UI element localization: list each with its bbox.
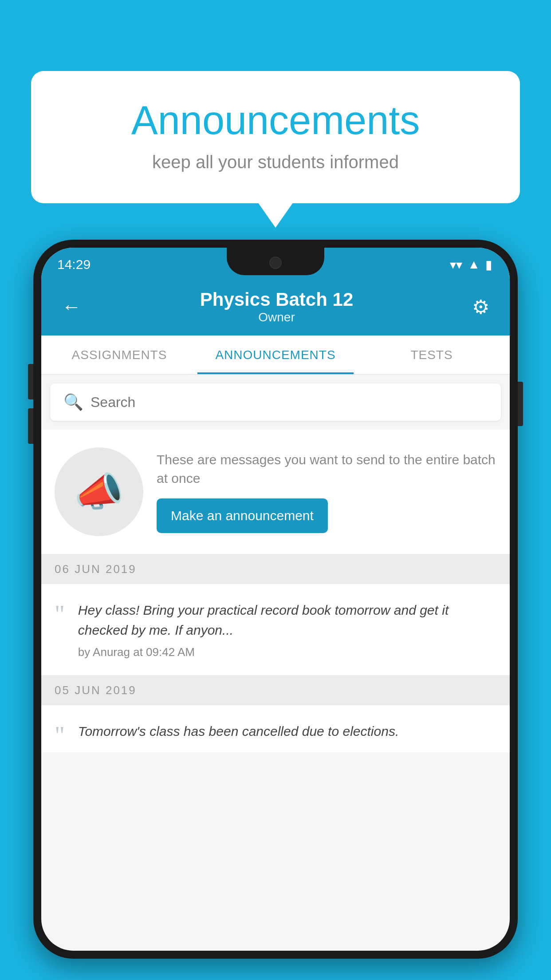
announcement-item-2[interactable]: " Tomorrow's class has been cancelled du… [41,705,510,752]
header-title: Physics Batch 12 [200,289,354,310]
power-button [518,382,523,426]
make-announcement-button[interactable]: Make an announcement [157,498,328,533]
megaphone-circle: 📣 [55,447,143,536]
tab-announcements[interactable]: ANNOUNCEMENTS [197,336,354,374]
header-center: Physics Batch 12 Owner [200,289,354,324]
phone-notch [227,248,324,275]
back-button[interactable]: ← [57,291,86,322]
battery-icon: ▮ [485,257,492,272]
megaphone-icon: 📣 [74,469,124,515]
search-bar: 🔍 [50,383,501,421]
phone-outer-frame: 14:29 ▾▾ ▲ ▮ ← Physics Batch 12 Owner ⚙ [33,240,518,959]
status-time: 14:29 [57,257,91,272]
search-icon: 🔍 [63,393,83,411]
search-input[interactable] [91,394,488,411]
date-separator-2: 05 JUN 2019 [41,676,510,705]
tab-assignments[interactable]: ASSIGNMENTS [41,336,197,374]
announcement-author-1: by Anurag at 09:42 AM [78,645,496,659]
announcement-prompt: 📣 These are messages you want to send to… [41,430,510,554]
volume-up-button [28,364,33,399]
volume-down-button [28,408,33,444]
status-icons: ▾▾ ▲ ▮ [450,257,492,272]
tabs-bar: ASSIGNMENTS ANNOUNCEMENTS TESTS [41,336,510,375]
speech-bubble-section: Announcements keep all your students inf… [31,71,520,203]
quote-icon-2: " [55,723,65,748]
tab-tests[interactable]: TESTS [354,336,510,374]
wifi-icon: ▾▾ [450,257,462,272]
header-subtitle: Owner [200,310,354,324]
announcement-content-2: Tomorrow's class has been cancelled due … [78,721,496,747]
settings-button[interactable]: ⚙ [468,291,494,323]
signal-icon: ▲ [468,257,480,272]
phone-screen: 14:29 ▾▾ ▲ ▮ ← Physics Batch 12 Owner ⚙ [41,248,510,951]
phone-camera [269,257,282,269]
speech-bubble-card: Announcements keep all your students inf… [31,71,520,203]
announcement-text-1: Hey class! Bring your practical record b… [78,600,496,640]
bubble-subtitle: keep all your students informed [67,152,484,172]
announcement-text-2: Tomorrow's class has been cancelled due … [78,721,496,741]
quote-icon-1: " [55,602,65,627]
announcement-right: These are messages you want to send to t… [157,450,496,533]
announcement-description: These are messages you want to send to t… [157,450,496,488]
bubble-title: Announcements [67,98,484,143]
date-separator-1: 06 JUN 2019 [41,554,510,584]
announcement-content-1: Hey class! Bring your practical record b… [78,600,496,659]
app-header: ← Physics Batch 12 Owner ⚙ [41,278,510,336]
announcement-item-1[interactable]: " Hey class! Bring your practical record… [41,584,510,676]
phone-mockup: 14:29 ▾▾ ▲ ▮ ← Physics Batch 12 Owner ⚙ [33,240,518,959]
